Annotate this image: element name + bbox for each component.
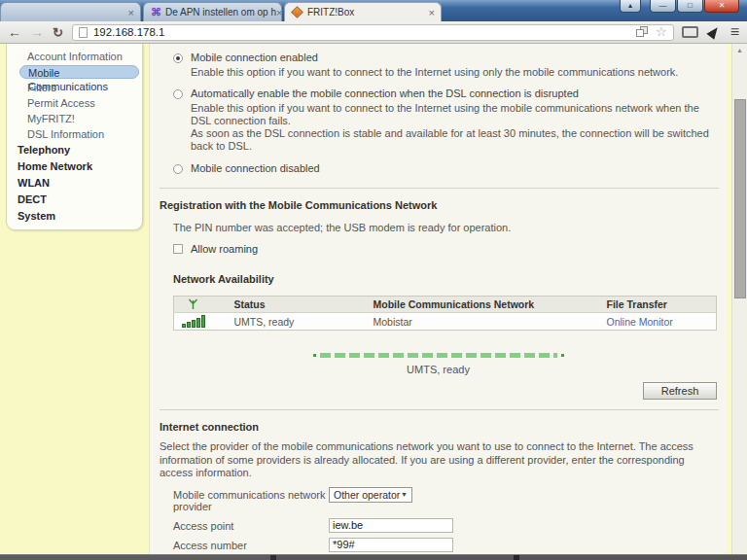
sidebar-menu: Account Information Mobile Communication…: [6, 44, 143, 230]
tab-title: FRITZ!Box: [307, 7, 354, 18]
option-description: As soon as the DSL connection is stable …: [191, 127, 719, 153]
provider-select[interactable]: Other operator ▼: [329, 487, 412, 503]
browser-toolbar: ← → ↻ 192.168.178.1 ☆ ≡: [0, 21, 747, 44]
allow-roaming-label: Allow roaming: [191, 243, 258, 255]
main-content: Mobile connection enabled Enable this op…: [149, 44, 727, 554]
internet-connection-form: Mobile communications network provider O…: [173, 487, 727, 560]
col-header-status: Status: [229, 297, 368, 313]
radio-mobile-connection-disabled[interactable]: Mobile connection disabled: [150, 162, 727, 174]
internet-intro-text: Select the provider of the mobile commun…: [160, 440, 719, 480]
sidebar-item-myfritz[interactable]: MyFRITZ!: [7, 111, 142, 126]
page-icon: [79, 27, 88, 38]
radio-icon[interactable]: [173, 53, 183, 63]
back-button[interactable]: ←: [8, 25, 21, 39]
radio-label: Mobile connection disabled: [191, 162, 320, 174]
window-profile-button[interactable]: ▴: [620, 0, 641, 13]
option-description: Enable this option if you want to connec…: [191, 66, 719, 79]
registration-section-title: Registration with the Mobile Communicati…: [160, 199, 727, 211]
sidebar-item-account-information[interactable]: Account Information: [7, 49, 142, 64]
connection-status-text: UMTS, ready: [150, 364, 727, 375]
access-number-input[interactable]: [329, 538, 453, 552]
sidebar-item-dect[interactable]: DECT: [7, 192, 142, 208]
radio-mobile-connection-enabled[interactable]: Mobile connection enabled: [150, 52, 727, 63]
tab-close-icon[interactable]: ×: [128, 8, 134, 18]
page-scrollbar[interactable]: ▲: [731, 44, 747, 554]
refresh-button-row: Refresh: [150, 382, 717, 400]
radio-icon[interactable]: [173, 164, 183, 174]
window-controls: ▴ — □ ✕: [619, 0, 739, 13]
online-monitor-link[interactable]: Online Monitor: [607, 316, 673, 328]
tab-close-icon[interactable]: ×: [276, 8, 282, 18]
provider-row: Mobile communications network provider O…: [173, 487, 727, 513]
extension-pointer-icon[interactable]: [706, 24, 721, 40]
section-divider: [160, 409, 719, 410]
tab-fritzbox[interactable]: FRITZ!Box ×: [284, 2, 442, 21]
provider-label: Mobile communications network provider: [173, 487, 329, 513]
sidebar-item-dsl-information[interactable]: DSL Information: [7, 126, 142, 142]
access-point-label: Access point: [173, 518, 329, 533]
internet-connection-title: Internet connection: [160, 421, 727, 433]
signal-strength-icon: [182, 315, 223, 328]
sidebar-item-mobile-communications[interactable]: Mobile Communications: [19, 65, 139, 79]
tab-background-1[interactable]: ×: [0, 2, 141, 21]
fritzbox-favicon-icon: [291, 6, 303, 18]
access-point-input[interactable]: [329, 518, 453, 533]
access-number-label: Access number: [173, 538, 329, 552]
radio-icon[interactable]: [173, 89, 183, 99]
col-header-network: Mobile Communications Network: [368, 297, 601, 313]
antenna-icon: [188, 298, 198, 310]
sidebar-item-permit-access[interactable]: Permit Access: [7, 95, 142, 111]
address-bar[interactable]: 192.168.178.1 ☆: [72, 24, 674, 41]
connection-dashed-line-icon: [320, 353, 557, 358]
scrollbar-up-arrow[interactable]: ▲: [732, 44, 747, 57]
bookmark-star-icon[interactable]: ☆: [656, 26, 667, 38]
network-availability-title: Network Availability: [173, 273, 727, 285]
network-availability-table: Status Mobile Communications Network Fil…: [173, 296, 717, 331]
connection-diagram: UMTS, ready: [150, 353, 727, 375]
sidebar-item-telephony[interactable]: Telephony: [7, 142, 142, 158]
refresh-button[interactable]: Refresh: [643, 382, 717, 400]
tab-apn-instellen[interactable]: ⌘ De APN instellen om op h ×: [143, 2, 282, 21]
section-divider: [160, 188, 719, 189]
pin-status-text: The PIN number was accepted; the USB mod…: [173, 222, 719, 233]
checkbox-icon[interactable]: [173, 244, 183, 254]
window-maximize-button[interactable]: □: [677, 0, 703, 13]
tab-close-icon[interactable]: ×: [429, 8, 435, 18]
option-description: Enable this option if you want to connec…: [191, 102, 719, 127]
table-row: UMTS, ready Mobistar Online Monitor: [174, 313, 717, 331]
extension-window-icon[interactable]: [682, 26, 698, 38]
url-text[interactable]: 192.168.178.1: [93, 26, 165, 38]
access-number-row: Access number: [173, 538, 727, 552]
command-favicon-icon: ⌘: [151, 6, 161, 18]
window-close-button[interactable]: ✕: [704, 0, 739, 13]
radio-label: Automatically enable the mobile connecti…: [191, 88, 579, 99]
sidebar-item-wlan[interactable]: WLAN: [7, 175, 142, 192]
status-value: UMTS, ready: [229, 313, 368, 331]
scrollbar-thumb[interactable]: [734, 99, 746, 298]
network-value: Mobistar: [368, 313, 601, 331]
table-header-row: Status Mobile Communications Network Fil…: [174, 297, 717, 313]
col-header-file-transfer: File Transfer: [601, 297, 717, 313]
provider-selected-value: Other operator: [334, 489, 400, 501]
reload-button[interactable]: ↻: [53, 25, 63, 40]
access-point-row: Access point: [173, 518, 727, 533]
tab-bar: × ⌘ De APN instellen om op h × FRITZ!Box…: [0, 0, 747, 21]
sidebar-item-system[interactable]: System: [7, 208, 142, 225]
forward-button[interactable]: →: [30, 25, 44, 39]
tab-title: De APN instellen om op h: [165, 7, 276, 18]
translate-icon[interactable]: [636, 26, 648, 38]
radio-label: Mobile connection enabled: [191, 52, 318, 63]
window-minimize-button[interactable]: —: [650, 0, 676, 13]
fritzbox-page: Account Information Mobile Communication…: [0, 44, 747, 554]
allow-roaming-row[interactable]: Allow roaming: [173, 243, 727, 255]
windows-taskbar-edge[interactable]: [0, 554, 747, 560]
sidebar-item-home-network[interactable]: Home Network: [7, 158, 142, 175]
chrome-menu-icon[interactable]: ≡: [730, 25, 739, 39]
radio-auto-enable-mobile[interactable]: Automatically enable the mobile connecti…: [150, 88, 727, 99]
chevron-down-icon: ▼: [401, 491, 408, 498]
